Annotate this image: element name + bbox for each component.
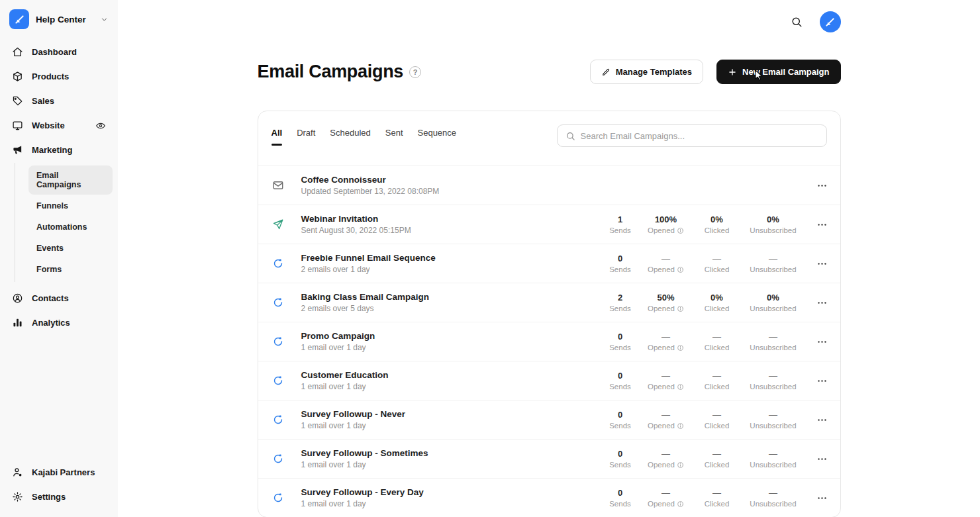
sidebar-item-marketing[interactable]: Marketing [0, 138, 118, 162]
sidebar-item-forms[interactable]: Forms [28, 259, 113, 279]
campaign-name: Survey Followup - Sometimes [301, 448, 428, 458]
stat-opened: —Opened [640, 332, 692, 352]
stat-opened: —Opened [640, 254, 692, 273]
row-menu-button[interactable] [814, 255, 831, 272]
stat-label: Unsubscribed [742, 305, 805, 312]
stat-clicked: 0%Clicked [696, 214, 738, 234]
global-search-button[interactable] [791, 16, 803, 28]
stat-value: — [640, 488, 692, 498]
stat-value: — [696, 371, 738, 381]
stat-value: — [742, 371, 805, 381]
table-row[interactable]: Coffee ConnoisseurUpdated September 13, … [258, 165, 840, 205]
stat-clicked: —Clicked [696, 371, 738, 391]
row-menu-button[interactable] [814, 216, 831, 233]
avatar[interactable] [820, 11, 841, 32]
stat-clicked: —Clicked [696, 488, 738, 508]
row-menu-button[interactable] [814, 372, 831, 389]
tab-sequence[interactable]: Sequence [418, 128, 457, 148]
sequence-icon [272, 297, 284, 308]
campaign-subtitle: 2 emails over 1 day [301, 265, 436, 274]
search-icon [565, 131, 575, 141]
workspace-name: Help Center [36, 15, 86, 24]
table-row[interactable]: Survey Followup - Never1 email over 1 da… [258, 400, 840, 439]
row-menu-button[interactable] [814, 411, 831, 428]
sidebar-item-label: Marketing [32, 145, 72, 155]
campaign-search[interactable] [557, 124, 827, 147]
stat-sends: 1Sends [605, 214, 636, 234]
help-icon[interactable]: ? [409, 66, 421, 78]
table-row[interactable]: Webinar InvitationSent August 30, 2022 0… [258, 205, 840, 244]
stat-label: Sends [605, 500, 636, 508]
campaign-info: Survey Followup - Never1 email over 1 da… [301, 409, 406, 430]
info-icon [677, 227, 684, 234]
tab-sent[interactable]: Sent [385, 128, 403, 148]
new-email-campaign-button[interactable]: New Email Campaign [716, 60, 840, 84]
stat-opened: —Opened [640, 449, 692, 469]
sidebar-item-contacts[interactable]: Contacts [0, 286, 118, 310]
sequence-icon [272, 336, 284, 348]
stat-value: 0 [605, 254, 636, 263]
row-menu-button[interactable] [814, 294, 831, 311]
stat-value: — [696, 488, 738, 498]
stat-value: 0 [605, 488, 636, 498]
campaign-stats: 0Sends—Opened—Clicked—Unsubscribed [605, 254, 805, 273]
tab-draft[interactable]: Draft [297, 128, 315, 148]
chevron-down-icon [100, 15, 109, 24]
sidebar-item-analytics[interactable]: Analytics [0, 310, 118, 335]
search-input[interactable] [581, 131, 818, 141]
row-menu-button[interactable] [814, 333, 831, 350]
eye-icon[interactable] [95, 120, 106, 131]
stat-value: — [696, 332, 738, 342]
stat-label: Sends [605, 422, 636, 430]
table-row[interactable]: Promo Campaign1 email over 1 day0Sends—O… [258, 322, 840, 361]
sidebar-item-dashboard[interactable]: Dashboard [0, 40, 118, 64]
stat-sends: 2Sends [605, 293, 636, 312]
row-menu-button[interactable] [814, 177, 831, 194]
stat-opened: —Opened [640, 371, 692, 391]
manage-templates-button[interactable]: Manage Templates [590, 60, 703, 84]
stat-value: — [696, 410, 738, 420]
sidebar-item-kajabi-partners[interactable]: Kajabi Partners [0, 460, 118, 485]
sidebar-item-settings[interactable]: Settings [0, 485, 118, 509]
stat-value: — [640, 332, 692, 342]
stat-label: Clicked [696, 226, 738, 234]
info-icon [677, 461, 684, 469]
send-icon [272, 218, 284, 230]
sidebar-item-funnels[interactable]: Funnels [28, 196, 113, 216]
sidebar-item-events[interactable]: Events [28, 238, 113, 258]
info-icon [677, 305, 684, 312]
plus-icon [728, 68, 737, 77]
campaign-info: Promo Campaign1 email over 1 day [301, 331, 375, 352]
table-row[interactable]: Customer Education1 email over 1 day0Sen… [258, 361, 840, 400]
manage-templates-label: Manage Templates [616, 67, 692, 77]
stat-label: Unsubscribed [742, 344, 805, 352]
table-row[interactable]: Survey Followup - Every Day1 email over … [258, 478, 840, 517]
table-row[interactable]: Baking Class Email Campaign2 emails over… [258, 283, 840, 322]
stat-value: — [640, 449, 692, 459]
row-menu-button[interactable] [814, 489, 831, 506]
campaign-name: Freebie Funnel Email Sequence [301, 253, 436, 263]
sidebar-item-sales[interactable]: Sales [0, 89, 118, 113]
sidebar-item-email-campaigns[interactable]: Email Campaigns [28, 165, 113, 195]
sidebar-nav: DashboardProductsSalesWebsiteMarketingEm… [0, 40, 118, 335]
campaign-name: Survey Followup - Never [301, 409, 406, 419]
campaigns-table: Coffee ConnoisseurUpdated September 13, … [258, 165, 840, 517]
sidebar-item-website[interactable]: Website [0, 113, 118, 138]
tab-scheduled[interactable]: Scheduled [330, 128, 370, 148]
sidebar-item-automations[interactable]: Automations [28, 217, 113, 237]
row-menu-button[interactable] [814, 450, 831, 467]
campaign-info: Survey Followup - Every Day1 email over … [301, 487, 424, 508]
stat-label: Unsubscribed [742, 500, 805, 508]
stat-label: Opened [640, 344, 692, 352]
stat-unsubscribed: —Unsubscribed [742, 254, 805, 273]
workspace-switcher[interactable]: Help Center [0, 9, 118, 40]
contacts-icon [12, 293, 23, 304]
table-row[interactable]: Freebie Funnel Email Sequence2 emails ov… [258, 244, 840, 283]
kajabi-mark-icon [13, 13, 26, 26]
table-row[interactable]: Survey Followup - Sometimes1 email over … [258, 439, 840, 478]
campaign-name: Baking Class Email Campaign [301, 292, 430, 302]
tab-all[interactable]: All [271, 128, 283, 148]
stat-value: 0 [605, 332, 636, 342]
info-icon [677, 500, 684, 508]
sidebar-item-products[interactable]: Products [0, 64, 118, 89]
